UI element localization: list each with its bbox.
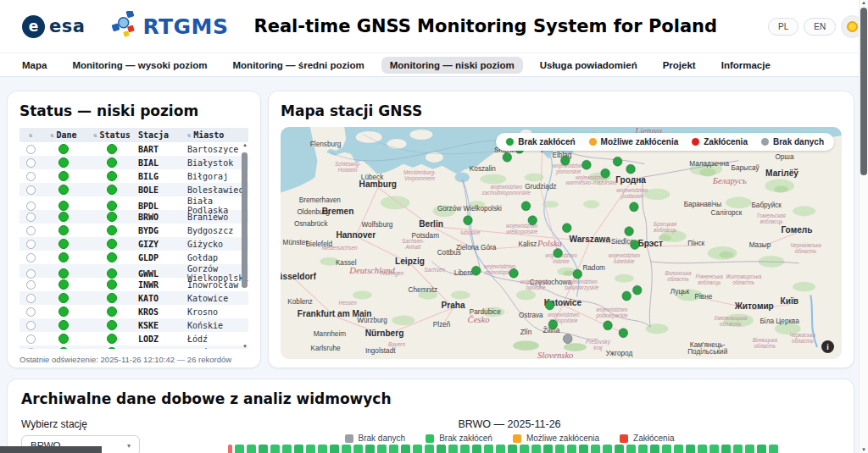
map-label: Wolfsburg — [361, 220, 392, 229]
status-table: ⇅ ⇅Dane ⇅Status Stacja ⇅Miasto BARTBarto… — [19, 128, 248, 349]
sort-icon[interactable]: ⇅ — [29, 132, 32, 139]
gnss-map[interactable]: FlensburgLübeckHamburgBremerhavenOldenbu… — [281, 127, 842, 359]
scroll-down-icon[interactable]: ▼ — [242, 344, 248, 349]
timeline-segment — [567, 445, 576, 453]
scroll-up-icon[interactable]: ▲ — [861, 0, 866, 5]
station-marker[interactable] — [509, 268, 519, 278]
station-marker[interactable] — [545, 301, 554, 310]
station-marker[interactable] — [632, 285, 642, 295]
table-row[interactable]: BILGBiłgoraj — [19, 169, 248, 183]
sun-icon — [847, 21, 858, 32]
timeline-segment — [626, 445, 636, 453]
esa-logo[interactable]: e esa — [22, 15, 85, 38]
station-marker[interactable] — [573, 269, 582, 279]
row-radio[interactable] — [26, 213, 36, 222]
station-marker[interactable] — [554, 248, 563, 257]
table-row[interactable]: LODZŁódź — [19, 332, 248, 345]
sort-icon[interactable]: ⇅ — [50, 132, 53, 139]
tab-mapa[interactable]: Mapa — [14, 57, 55, 74]
status-dot — [107, 320, 117, 330]
tab-monitoring-wysoki-poziom[interactable]: Monitoring — wysoki poziom — [64, 57, 215, 74]
row-radio[interactable] — [26, 226, 36, 235]
station-marker[interactable] — [548, 320, 558, 329]
row-radio[interactable] — [26, 145, 36, 154]
station-marker[interactable] — [562, 224, 571, 233]
station-marker[interactable] — [601, 168, 610, 178]
station-marker[interactable] — [582, 160, 592, 169]
row-radio[interactable] — [26, 334, 36, 344]
row-radio[interactable] — [26, 321, 36, 330]
station-marker[interactable] — [613, 157, 622, 166]
row-radio[interactable] — [26, 185, 36, 195]
page-vertical-scrollbar[interactable]: ▲ ▼ — [859, 0, 868, 453]
timeline-segment — [769, 445, 778, 453]
status-panel-title: Status — niski poziom — [19, 102, 248, 119]
tab-us-uga-powiadomie-[interactable]: Usługa powiadomień — [531, 57, 646, 74]
table-row[interactable]: INWRInowrocław — [19, 278, 248, 291]
table-row[interactable]: KSKEKońskie — [19, 318, 248, 332]
row-radio[interactable] — [26, 172, 36, 181]
table-row[interactable]: OLESOleśnica — [19, 345, 248, 349]
lang-pl-button[interactable]: PL — [768, 18, 798, 36]
map-label: opolskie — [526, 285, 546, 291]
legend-dot-icon — [692, 138, 699, 146]
table-row[interactable]: GLDPGołdap — [19, 251, 248, 264]
sort-icon[interactable]: ⇅ — [187, 132, 191, 139]
scrollbar-thumb[interactable] — [860, 8, 867, 175]
table-row[interactable]: GIZYGiżycko — [19, 237, 248, 251]
row-radio[interactable] — [26, 280, 36, 290]
table-row[interactable]: BIALBiałystok — [19, 156, 248, 169]
scrollbar-thumb[interactable] — [242, 152, 248, 288]
station-marker[interactable] — [521, 202, 531, 211]
sort-icon[interactable]: ⇅ — [93, 132, 97, 139]
page-horizontal-scrollbar-thumb[interactable] — [0, 446, 102, 453]
station-marker[interactable] — [561, 156, 570, 165]
station-marker[interactable] — [528, 216, 537, 225]
table-row[interactable]: KATOKatowice — [19, 291, 248, 305]
row-radio[interactable] — [26, 158, 36, 168]
tab-informacje[interactable]: Informacje — [713, 57, 779, 74]
table-row[interactable]: BPDLBiała Podlaska — [19, 196, 248, 210]
station-marker[interactable] — [626, 164, 636, 174]
row-radio[interactable] — [26, 202, 36, 211]
archive-chart-timeline[interactable] — [228, 445, 794, 453]
table-row[interactable]: KROSKrosno — [19, 305, 248, 318]
map-info-button[interactable]: i — [821, 340, 834, 353]
station-marker[interactable] — [503, 152, 512, 162]
table-row[interactable]: BYDGBydgoszcz — [19, 224, 248, 237]
row-radio[interactable] — [26, 294, 36, 303]
row-radio[interactable] — [26, 307, 36, 317]
tab-monitoring-niski-poziom[interactable]: Monitoring — niski poziom — [381, 57, 523, 74]
station-marker[interactable] — [471, 266, 481, 275]
station-marker[interactable] — [630, 202, 639, 212]
table-row[interactable]: GWWLGorzów Wielkopolski — [19, 264, 248, 278]
rtgms-logo[interactable]: RTGMS — [110, 11, 228, 41]
station-marker[interactable] — [464, 216, 473, 225]
station-marker[interactable] — [622, 291, 632, 301]
map-label: świętokrzyskie — [565, 285, 599, 291]
chart-legend-item: Możliwe zakłócenia — [513, 434, 599, 443]
row-radio[interactable] — [26, 240, 36, 249]
legend-square-icon — [513, 434, 521, 443]
map-label: Bremen — [322, 207, 354, 216]
lang-en-button[interactable]: EN — [804, 18, 836, 36]
tab-monitoring-redni-poziom[interactable]: Monitoring — średni poziom — [225, 57, 373, 74]
station-city: Braniewo — [187, 213, 248, 222]
row-radio[interactable] — [26, 269, 36, 279]
station-city: Inowrocław — [187, 280, 248, 290]
scroll-down-icon[interactable]: ▼ — [861, 447, 866, 452]
table-row[interactable]: BOLEBolesławiec — [19, 183, 248, 196]
table-row[interactable]: BARTBartoszyce — [19, 142, 248, 156]
scroll-up-icon[interactable]: ▲ — [242, 142, 248, 147]
row-radio[interactable] — [26, 348, 36, 350]
dane-status-dot — [58, 307, 69, 317]
station-marker[interactable] — [604, 321, 613, 330]
row-radio[interactable] — [26, 253, 36, 262]
status-table-scrollbar[interactable]: ▲ ▼ — [241, 142, 248, 349]
station-marker[interactable] — [619, 329, 628, 338]
station-marker[interactable] — [625, 227, 634, 236]
table-row[interactable]: BRWOBraniewo — [19, 210, 248, 224]
tab-projekt[interactable]: Projekt — [654, 57, 704, 74]
station-marker[interactable] — [631, 240, 640, 250]
station-marker[interactable] — [563, 334, 572, 344]
